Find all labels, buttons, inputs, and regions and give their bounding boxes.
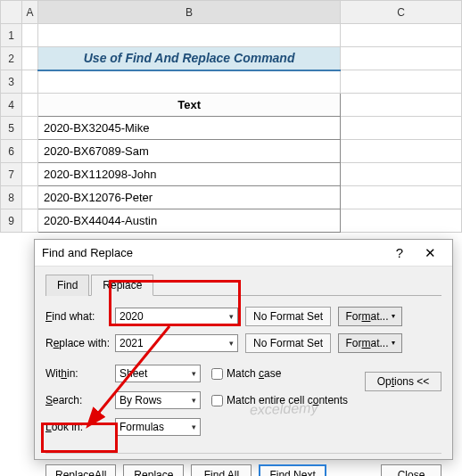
row-header[interactable]: 5 [1, 117, 22, 140]
row-header[interactable]: 7 [1, 163, 22, 186]
replace-with-input[interactable]: 2021▾ [115, 334, 238, 352]
cell[interactable] [21, 140, 37, 163]
title-cell[interactable]: Use of Find And Replace Command [37, 47, 340, 70]
no-format-replace[interactable]: No Format Set [245, 333, 331, 353]
chevron-down-icon: ▾ [192, 396, 196, 405]
chevron-down-icon: ▾ [229, 339, 234, 348]
table-cell[interactable]: 2020-BX32045-Mike [37, 117, 340, 140]
chevron-down-icon: ▾ [229, 312, 234, 321]
table-cell[interactable]: 2020-BX44044-Austin [37, 209, 340, 233]
help-button[interactable]: ? [384, 245, 415, 260]
match-contents-checkbox[interactable] [211, 395, 223, 406]
no-format-find[interactable]: No Format Set [245, 307, 331, 326]
table-cell[interactable]: 2020-BX12076-Peter [37, 186, 340, 209]
match-contents-label: Match entire cell contents [227, 394, 348, 406]
cell[interactable] [21, 94, 37, 117]
cell[interactable] [21, 70, 37, 94]
find-next-button[interactable]: Find Next [259, 464, 326, 476]
select-all-corner[interactable] [1, 1, 22, 24]
worksheet-grid: A B C 1 2Use of Find And Replace Command… [0, 0, 462, 233]
close-icon[interactable]: ✕ [415, 245, 445, 261]
cell[interactable] [341, 140, 462, 163]
cell[interactable] [21, 209, 37, 233]
row-header[interactable]: 1 [1, 24, 22, 47]
tab-find[interactable]: Find [45, 275, 89, 296]
chevron-down-icon: ▾ [192, 423, 196, 431]
table-cell[interactable]: 2020-BX67089-Sam [37, 140, 340, 163]
cell[interactable] [21, 163, 37, 186]
col-header-b[interactable]: B [37, 1, 340, 24]
tab-replace[interactable]: Replace [91, 275, 153, 296]
cell[interactable] [341, 117, 462, 140]
table-cell[interactable]: 2020-BX112098-John [37, 163, 340, 186]
cell[interactable] [341, 47, 462, 70]
cell[interactable] [37, 70, 340, 94]
cell[interactable] [341, 163, 462, 186]
cell[interactable] [21, 117, 37, 140]
search-label: Search: [45, 394, 115, 406]
col-header-c[interactable]: C [341, 1, 462, 24]
find-what-label: Find what: [45, 310, 115, 323]
row-header[interactable]: 3 [1, 70, 22, 94]
cell[interactable] [21, 47, 37, 70]
match-case-label: Match case [227, 367, 281, 380]
row-header[interactable]: 9 [1, 209, 22, 233]
find-what-input[interactable]: 2020▾ [115, 308, 238, 325]
dialog-titlebar[interactable]: Find and Replace ? ✕ [35, 240, 452, 267]
row-header[interactable]: 8 [1, 186, 22, 209]
row-header[interactable]: 4 [1, 94, 22, 117]
cell[interactable] [37, 24, 340, 47]
format-find-button[interactable]: Format...▾ [338, 307, 402, 326]
col-header-a[interactable]: A [21, 1, 37, 24]
find-all-button[interactable]: Find All [191, 464, 252, 476]
chevron-down-icon: ▾ [392, 334, 395, 352]
table-header[interactable]: Text [37, 94, 340, 117]
cell[interactable] [341, 209, 462, 233]
lookin-select[interactable]: Formulas▾ [115, 418, 201, 436]
cell[interactable] [341, 94, 462, 117]
cell[interactable] [341, 24, 462, 47]
search-select[interactable]: By Rows▾ [115, 391, 201, 409]
options-button[interactable]: Options << [365, 372, 441, 391]
cell[interactable] [341, 186, 462, 209]
row-header[interactable]: 6 [1, 140, 22, 163]
chevron-down-icon: ▾ [192, 369, 196, 378]
match-case-checkbox[interactable] [211, 368, 223, 380]
replace-all-button[interactable]: Replace All [45, 464, 116, 476]
replace-with-label: Replace with: [45, 337, 115, 349]
find-replace-dialog: Find and Replace ? ✕ Find Replace Find w… [34, 239, 453, 460]
replace-button[interactable]: Replace [123, 464, 184, 476]
cell[interactable] [21, 24, 37, 47]
cell[interactable] [341, 70, 462, 94]
within-label: Within: [45, 367, 115, 380]
tab-strip: Find Replace [45, 274, 441, 296]
dialog-title: Find and Replace [42, 246, 384, 259]
row-header[interactable]: 2 [1, 47, 22, 70]
within-select[interactable]: Sheet▾ [115, 365, 201, 382]
close-button[interactable]: Close [381, 464, 441, 476]
format-replace-button[interactable]: Format...▾ [338, 333, 402, 353]
cell[interactable] [21, 186, 37, 209]
lookin-label: Look in: [45, 421, 115, 433]
chevron-down-icon: ▾ [392, 308, 395, 325]
